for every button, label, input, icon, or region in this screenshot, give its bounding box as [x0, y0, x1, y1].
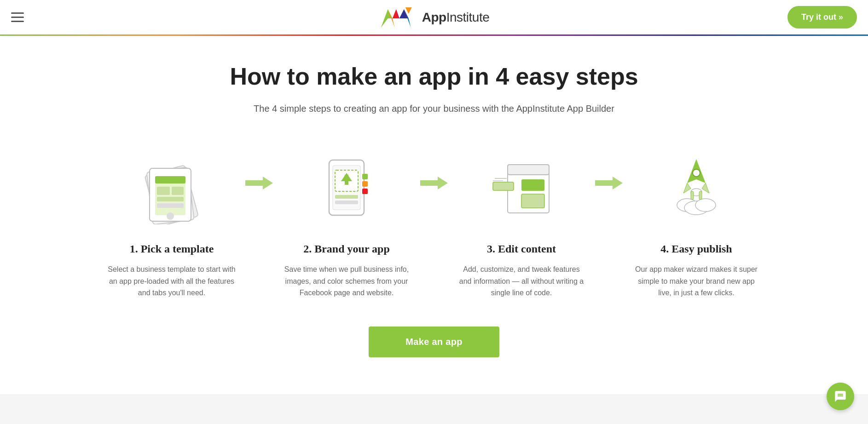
- svg-rect-27: [335, 201, 358, 204]
- navbar-left: [11, 9, 28, 26]
- svg-marker-39: [683, 183, 691, 193]
- step-1-description: Select a business template to start with…: [107, 264, 236, 299]
- make-app-button[interactable]: Make an app: [369, 327, 499, 357]
- svg-marker-6: [405, 7, 412, 14]
- svg-point-38: [693, 169, 700, 177]
- steps-container: 1. Pick a template Select a business tem…: [89, 146, 779, 299]
- hamburger-menu-icon[interactable]: [11, 9, 28, 26]
- svg-point-44: [695, 199, 716, 212]
- svg-rect-23: [362, 174, 368, 179]
- step-1: 1. Pick a template Select a business tem…: [98, 146, 245, 299]
- step-4-description: Our app maker wizard makes it super simp…: [632, 264, 761, 299]
- main-content: How to make an app in 4 easy steps The 4…: [0, 36, 868, 394]
- svg-rect-24: [362, 181, 368, 187]
- try-it-out-button[interactable]: Try it out »: [787, 6, 857, 29]
- site-logo: AppInstitute: [379, 6, 490, 29]
- step-1-icon: [130, 146, 213, 229]
- svg-marker-28: [420, 177, 448, 189]
- svg-rect-15: [157, 203, 184, 208]
- arrow-1: [245, 146, 273, 192]
- arrow-1-icon: [245, 174, 273, 192]
- svg-point-16: [167, 212, 174, 220]
- svg-rect-45: [691, 191, 694, 200]
- svg-rect-46: [699, 191, 702, 200]
- svg-rect-25: [362, 189, 368, 194]
- arrow-2-icon: [420, 174, 448, 192]
- svg-rect-33: [493, 182, 514, 190]
- svg-rect-14: [157, 197, 184, 201]
- step-3-title: 3. Edit content: [487, 243, 556, 255]
- easy-publish-icon: [660, 151, 733, 224]
- svg-marker-17: [245, 177, 273, 189]
- svg-rect-30: [508, 165, 549, 175]
- step-4-icon: [655, 146, 738, 229]
- svg-marker-40: [702, 183, 709, 193]
- step-4-title: 4. Easy publish: [660, 243, 732, 255]
- arrow-2: [420, 146, 448, 192]
- svg-rect-26: [335, 195, 358, 199]
- step-3-icon: [480, 146, 563, 229]
- cta-section: Make an app: [18, 327, 850, 357]
- svg-rect-13: [172, 187, 184, 195]
- logo-text: AppInstitute: [422, 10, 490, 25]
- step-2: 2. Brand your app Save time when we pull…: [273, 146, 420, 299]
- page-title: How to make an app in 4 easy steps: [18, 63, 850, 90]
- svg-rect-32: [521, 194, 544, 208]
- svg-rect-11: [155, 176, 185, 183]
- step-3: 3. Edit content Add, customize, and twea…: [448, 146, 595, 299]
- step-2-title: 2. Brand your app: [303, 243, 390, 255]
- svg-marker-36: [595, 177, 623, 189]
- svg-rect-31: [521, 179, 544, 191]
- navbar: AppInstitute Try it out »: [0, 0, 868, 36]
- step-2-icon: [305, 146, 388, 229]
- page-subtitle: The 4 simple steps to creating an app fo…: [18, 103, 850, 114]
- arrow-3: [595, 146, 623, 192]
- step-3-description: Add, customize, and tweak features and i…: [457, 264, 586, 299]
- step-1-title: 1. Pick a template: [130, 243, 214, 255]
- chat-button[interactable]: [827, 383, 854, 410]
- svg-rect-12: [157, 187, 170, 195]
- step-4: 4. Easy publish Our app maker wizard mak…: [623, 146, 770, 299]
- edit-content-icon: [485, 151, 558, 224]
- step-2-description: Save time when we pull business info, im…: [282, 264, 411, 299]
- chat-icon: [834, 390, 847, 403]
- logo-icon: [379, 6, 420, 29]
- pick-template-icon: [135, 151, 208, 224]
- brand-app-icon: [310, 151, 383, 224]
- arrow-3-icon: [595, 174, 623, 192]
